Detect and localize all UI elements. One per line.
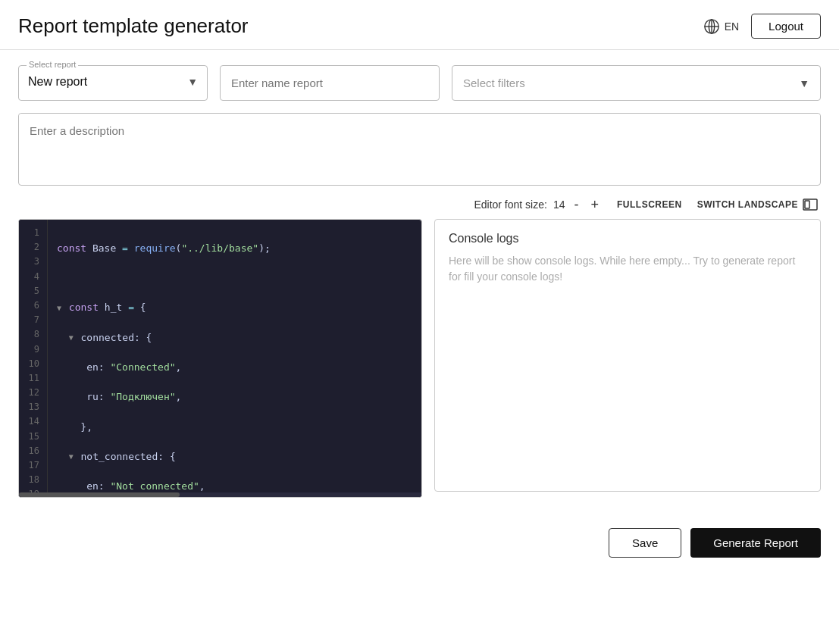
switch-landscape-button[interactable]: SWITCH LANDSCAPE (697, 199, 818, 211)
code-editor[interactable]: 12345 678910 1112131415 1617181920 21222… (18, 219, 422, 498)
controls-row: Select report New report ▼ Select filter… (18, 65, 821, 101)
font-size-value: 14 (553, 199, 565, 211)
language-label: EN (725, 20, 739, 33)
logout-button[interactable]: Logout (751, 14, 821, 39)
filters-label: Select filters (463, 77, 525, 89)
code-line: ru: "Подключен", (57, 390, 412, 405)
save-button[interactable]: Save (609, 528, 681, 558)
landscape-icon (803, 199, 818, 211)
select-report-wrapper[interactable]: Select report New report ▼ (18, 65, 208, 101)
console-panel: Console logs Here will be show console l… (434, 219, 821, 492)
page-title: Report template generator (18, 14, 249, 38)
globe-icon (703, 18, 720, 35)
line-numbers: 12345 678910 1112131415 1617181920 21222… (19, 220, 48, 492)
code-line: ▼ const h_t = { (57, 301, 412, 315)
description-wrapper (18, 113, 821, 186)
code-line: const Base = require("../lib/base"); (57, 241, 412, 255)
code-lines-container: const Base = require("../lib/base"); ▼ c… (48, 220, 421, 492)
chevron-down-icon: ▼ (187, 76, 198, 88)
font-size-increase-button[interactable]: + (587, 198, 602, 211)
main-content: Select report New report ▼ Select filter… (0, 50, 839, 513)
svg-rect-5 (805, 201, 809, 208)
code-scrollbar-thumb (19, 492, 180, 497)
code-line: ▼ not_connected: { (57, 449, 412, 464)
select-report-value: New report (28, 75, 87, 89)
code-line: ▼ connected: { (57, 330, 412, 345)
code-content: 12345 678910 1112131415 1617181920 21222… (19, 220, 421, 492)
font-size-label: Editor font size: (474, 199, 547, 211)
font-size-decrease-button[interactable]: - (571, 198, 581, 211)
filters-chevron-icon: ▼ (799, 77, 809, 89)
description-textarea[interactable] (19, 114, 820, 182)
header: Report template generator EN Logout (0, 0, 839, 50)
name-input[interactable] (220, 65, 440, 101)
editor-toolbar: Editor font size: 14 - + FULLSCREEN SWIT… (18, 198, 821, 211)
language-button[interactable]: EN (703, 18, 739, 35)
header-actions: EN Logout (703, 14, 821, 39)
fullscreen-button[interactable]: FULLSCREEN (617, 199, 682, 210)
editor-console-row: 12345 678910 1112131415 1617181920 21222… (18, 219, 821, 498)
code-line: en: "Not connected", (57, 480, 412, 492)
code-scrollbar[interactable] (19, 492, 421, 497)
select-report-label: Select report (27, 60, 78, 69)
code-line (57, 270, 412, 285)
filters-dropdown[interactable]: Select filters ▼ (452, 65, 821, 101)
name-input-wrapper (220, 65, 440, 101)
font-size-control: Editor font size: 14 - + (474, 198, 602, 211)
footer: Save Generate Report (0, 513, 839, 573)
code-line: en: "Connected", (57, 360, 412, 374)
code-line: }, (57, 420, 412, 434)
console-empty-message: Here will be show console logs. While he… (449, 253, 806, 285)
generate-report-button[interactable]: Generate Report (690, 528, 821, 558)
select-report-dropdown[interactable]: New report ▼ (28, 70, 198, 92)
console-title: Console logs (449, 232, 806, 245)
switch-landscape-label: SWITCH LANDSCAPE (697, 199, 798, 210)
